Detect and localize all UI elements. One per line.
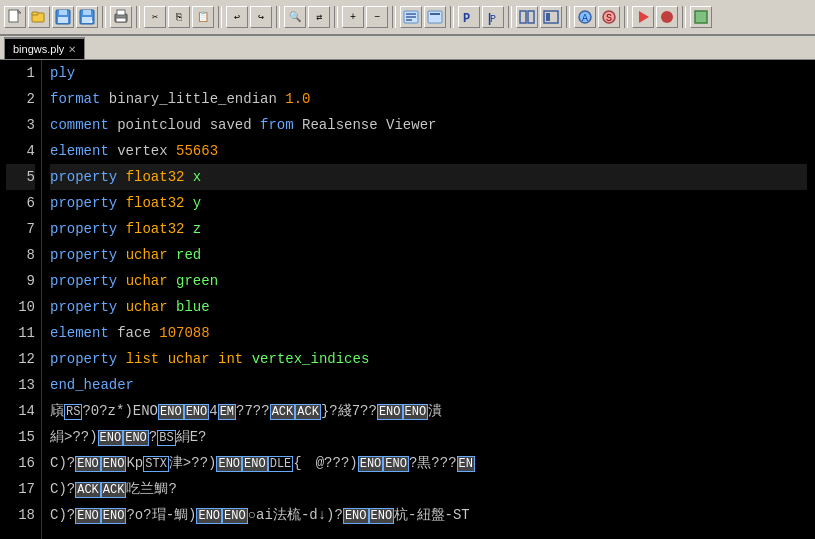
space-7b	[184, 216, 192, 242]
button-d[interactable]: |P	[482, 6, 504, 28]
space-9	[117, 268, 125, 294]
line-14: 廎RS?0?z*)ENOENOENO4EM?7??ACKACK}?綫7??ENO…	[50, 398, 807, 424]
button-j[interactable]	[656, 6, 678, 28]
paste-button[interactable]: 📋	[192, 6, 214, 28]
print-button[interactable]	[110, 6, 132, 28]
save-button[interactable]	[52, 6, 74, 28]
cut-button[interactable]: ✂	[144, 6, 166, 28]
garbled-17: C)?ACKACK吃兰鯛?	[50, 476, 177, 503]
line-7: property float32 z	[50, 216, 807, 242]
comment-text: pointcloud saved	[109, 112, 260, 138]
button-c[interactable]: P	[458, 6, 480, 28]
button-h[interactable]: S	[598, 6, 620, 28]
line-10: property uchar blue	[50, 294, 807, 320]
button-a[interactable]	[400, 6, 422, 28]
ln-1: 1	[6, 60, 35, 86]
sep4	[276, 6, 280, 28]
sep10	[624, 6, 628, 28]
ln-6: 6	[6, 190, 35, 216]
open-button[interactable]	[28, 6, 50, 28]
kw-element-11: element	[50, 320, 109, 346]
space-6	[117, 190, 125, 216]
svg-rect-23	[520, 11, 526, 23]
button-e[interactable]	[516, 6, 538, 28]
sep2	[136, 6, 140, 28]
prop-name-x: x	[193, 164, 201, 190]
type-uchar-12: uchar	[168, 346, 210, 372]
kw-property-9: property	[50, 268, 117, 294]
svg-rect-5	[59, 10, 67, 15]
garbled-14: 廎RS?0?z*)ENOENOENO4EM?7??ACKACK}?綫7??ENO…	[50, 398, 442, 425]
close-icon[interactable]: ✕	[68, 44, 76, 55]
prop-name-green: green	[176, 268, 218, 294]
zoom-out-button[interactable]: −	[366, 6, 388, 28]
svg-marker-31	[639, 11, 649, 23]
sep7	[450, 6, 454, 28]
comment-rest: Realsense Viewer	[294, 112, 437, 138]
svg-text:P: P	[490, 14, 496, 25]
kw-comment: comment	[50, 112, 109, 138]
garbled-16: C)?ENOENOKpSTX津>??)ENOENODLE{ @???)ENOEN…	[50, 450, 475, 477]
ln-7: 7	[6, 216, 35, 242]
button-i[interactable]	[632, 6, 654, 28]
new-button[interactable]	[4, 6, 26, 28]
button-g[interactable]: A	[574, 6, 596, 28]
svg-rect-24	[528, 11, 534, 23]
space-7	[117, 216, 125, 242]
zoom-in-button[interactable]: +	[342, 6, 364, 28]
code-content: ply format binary_little_endian 1.0 comm…	[42, 60, 815, 539]
svg-rect-26	[546, 13, 550, 21]
sep6	[392, 6, 396, 28]
svg-rect-18	[428, 11, 442, 23]
button-b[interactable]	[424, 6, 446, 28]
kw-property-10: property	[50, 294, 117, 320]
svg-rect-6	[58, 17, 68, 23]
format-version: 1.0	[285, 86, 310, 112]
save-all-button[interactable]: +	[76, 6, 98, 28]
kw-property-8: property	[50, 242, 117, 268]
ln-15: 15	[6, 424, 35, 450]
type-int-12: int	[218, 346, 243, 372]
space-12d	[243, 346, 251, 372]
type-float32-6: float32	[126, 190, 185, 216]
line-5: property float32 x	[50, 164, 807, 190]
ln-11: 11	[6, 320, 35, 346]
type-float32-5: float32	[126, 164, 185, 190]
type-uchar-8: uchar	[126, 242, 168, 268]
replace-button[interactable]: ⇄	[308, 6, 330, 28]
garbled-18: C)?ENOENO?o?瑁-鯛)ENOENO○ai法梳-d↓)?ENOENO杭-…	[50, 502, 470, 529]
ln-18: 18	[6, 502, 35, 528]
svg-text:P: P	[463, 12, 470, 25]
ln-12: 12	[6, 346, 35, 372]
undo-button[interactable]: ↩	[226, 6, 248, 28]
copy-button[interactable]: ⎘	[168, 6, 190, 28]
space-5b	[184, 164, 192, 190]
ln-2: 2	[6, 86, 35, 112]
redo-button[interactable]: ↪	[250, 6, 272, 28]
line-6: property float32 y	[50, 190, 807, 216]
line-13: end_header	[50, 372, 807, 398]
svg-rect-13	[116, 18, 126, 22]
element-count-11: 107088	[159, 320, 209, 346]
tab-bingws-ply[interactable]: bingws.ply ✕	[4, 37, 85, 59]
kw-property-12: property	[50, 346, 117, 372]
line-16: C)?ENOENOKpSTX津>??)ENOENODLE{ @???)ENOEN…	[50, 450, 807, 476]
line-15: 絹>??)ENOENO?BS絹E?	[50, 424, 807, 450]
space-10b	[168, 294, 176, 320]
kw-property-5: property	[50, 164, 117, 190]
type-uchar-9: uchar	[126, 268, 168, 294]
kw-from: from	[260, 112, 294, 138]
line-12: property list uchar int vertex_indices	[50, 346, 807, 372]
editor: 1 2 3 4 5 6 7 8 9 10 11 12 13 14 15 16 1…	[0, 60, 815, 539]
button-f[interactable]	[540, 6, 562, 28]
svg-rect-0	[9, 10, 18, 22]
svg-rect-33	[695, 11, 707, 23]
svg-rect-8	[83, 10, 91, 15]
tabbar: bingws.ply ✕	[0, 36, 815, 60]
button-k[interactable]	[690, 6, 712, 28]
space-12c	[210, 346, 218, 372]
ln-17: 17	[6, 476, 35, 502]
find-button[interactable]: 🔍	[284, 6, 306, 28]
kw-end-header: end_header	[50, 372, 134, 398]
prop-name-blue: blue	[176, 294, 210, 320]
